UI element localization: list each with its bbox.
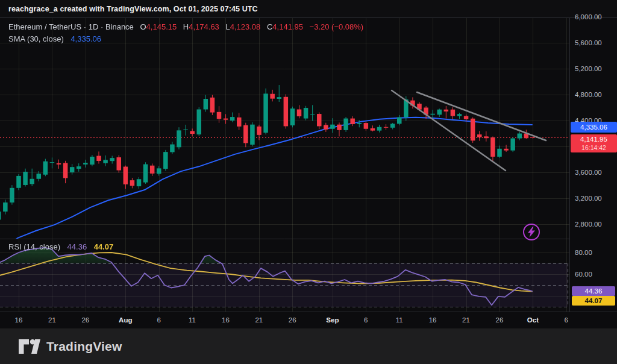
time-tick-label: 11 [396, 316, 403, 324]
time-tick-label: 16 [429, 316, 437, 324]
symbol-row: Ethereum / TetherUS · 1D · Binance O4,14… [8, 21, 363, 33]
time-tick-label: 21 [462, 316, 470, 324]
high-value: 4,174.63 [189, 22, 219, 31]
rsi-indicator-label: RSI (14, close) [8, 242, 60, 251]
time-tick-label: 21 [255, 316, 263, 324]
time-tick-label: Aug [119, 316, 132, 324]
tradingview-screenshot: reachgrace_a created with TradingView.co… [0, 0, 617, 364]
price-tick-label: 5,600.00 [575, 39, 602, 46]
chart-area[interactable]: Ethereum / TetherUS · 1D · Binance O4,14… [0, 18, 617, 328]
rsi-ma-value: 44.07 [94, 242, 114, 251]
time-tick-label: Oct [527, 316, 539, 324]
attribution-bar: reachgrace_a created with TradingView.co… [0, 0, 617, 18]
symbol-title: Ethereum / TetherUS · 1D · Binance [8, 22, 134, 31]
time-tick-label: 6 [565, 316, 568, 324]
low-value: 4,123.08 [230, 22, 261, 31]
time-tick-label: 16 [15, 316, 23, 324]
close-label: C [267, 22, 272, 31]
last-price-value: 4,141.95 [571, 135, 617, 144]
last-price-badge: 4,141.95 16:14:42 [571, 134, 617, 152]
time-tick-label: 16 [222, 316, 230, 324]
close-value: 4,141.95 [272, 22, 303, 31]
rsi-legend: RSI (14, close) 44.36 44.07 [8, 242, 113, 251]
time-axis[interactable]: 162126Aug611162126Sep611162126Oct6 [0, 312, 617, 328]
rsi-tick-label: 60.00 [575, 271, 592, 278]
rsi-value-badge: 44.36 [572, 286, 615, 296]
time-tick-label: 6 [157, 316, 160, 324]
time-tick-label: Sep [326, 316, 339, 324]
price-tick-label: 4,800.00 [575, 91, 602, 98]
rsi-ma-value-badge: 44.07 [572, 296, 615, 306]
open-value: 4,145.15 [146, 22, 177, 31]
time-tick-label: 21 [48, 316, 56, 324]
time-tick-label: 26 [289, 316, 296, 324]
candle-countdown: 16:14:42 [571, 144, 617, 152]
change-value: −3.20 (−0.08%) [310, 22, 364, 31]
price-tick-label: 3,600.00 [575, 169, 602, 176]
chart-canvas[interactable] [0, 18, 569, 328]
sma-row: SMA (30, close) 4,335.06 [8, 33, 363, 45]
sma-price-badge: 4,335.06 [571, 122, 617, 133]
price-tick-label: 3,200.00 [575, 195, 602, 202]
time-tick-label: 6 [364, 316, 368, 324]
price-tick-label: 5,200.00 [575, 65, 602, 72]
legend: Ethereum / TetherUS · 1D · Binance O4,14… [8, 21, 363, 45]
time-tick-label: 26 [495, 316, 503, 324]
tradingview-logo-text: TradingView [46, 339, 122, 354]
sma-indicator-value: 4,335.06 [70, 34, 101, 43]
rsi-tick-label: 80.00 [575, 249, 592, 256]
tradingview-logo-icon [18, 339, 41, 354]
rsi-indicator-value: 44.36 [67, 242, 87, 251]
price-tick-label: 2,800.00 [575, 221, 602, 228]
attribution-text: reachgrace_a created with TradingView.co… [8, 5, 258, 13]
high-label: H [183, 22, 189, 31]
lightning-trade-button[interactable] [523, 224, 540, 240]
price-tick-label: 6,000.00 [575, 13, 602, 20]
open-label: O [140, 22, 146, 31]
sma-indicator-label: SMA (30, close) [8, 34, 64, 43]
lightning-icon [527, 227, 536, 237]
price-axis[interactable]: 60.0080.002,800.003,200.003,600.004,000.… [569, 18, 617, 312]
low-label: L [225, 22, 230, 31]
time-tick-label: 11 [189, 316, 196, 324]
footer-bar: TradingView [0, 328, 617, 364]
time-tick-label: 26 [81, 316, 89, 324]
